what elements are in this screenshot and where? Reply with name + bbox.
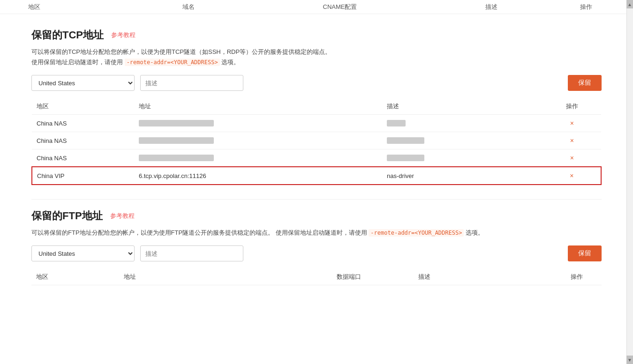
ftp-ref-link[interactable]: 参考教程 <box>110 212 135 220</box>
ftp-col-address: 地址 <box>119 269 332 285</box>
tcp-table: 地区 地址 描述 操作 China NAS <box>31 98 602 185</box>
ftp-title: 保留的FTP地址 <box>31 209 103 223</box>
table-row: China NAS × <box>32 149 601 167</box>
tcp-form-row: United States China NAS China VIP 保留 <box>31 75 602 91</box>
delete-button[interactable]: × <box>570 172 573 179</box>
header-domain: 域名 <box>113 3 264 11</box>
row-address <box>134 115 382 132</box>
tcp-col-action: 操作 <box>543 98 601 115</box>
tcp-table-header-row: 地区 地址 描述 操作 <box>32 98 601 115</box>
ftp-form-row: United States China NAS China VIP 保留 <box>31 245 602 261</box>
row-region: China NAS <box>32 115 134 132</box>
tcp-col-address: 地址 <box>134 98 382 115</box>
tcp-desc: 可以将保留的TCP地址分配给您的帐户，以便为使用TCP隧道（如SSH，RDP等）… <box>31 47 602 67</box>
row-region: China NAS <box>32 149 134 167</box>
header-region: 地区 <box>28 3 113 11</box>
delete-button[interactable]: × <box>570 137 574 144</box>
page-wrapper: ▲ ▼ 地区 域名 CNAME配置 描述 操作 保留的TCP地址 参考教程 可以… <box>0 0 633 364</box>
row-action[interactable]: × <box>543 149 601 167</box>
scrollbar-track: ▲ ▼ <box>626 0 633 364</box>
header-cname: CNAME配置 <box>264 3 415 11</box>
row-address <box>134 132 382 149</box>
tcp-save-button[interactable]: 保留 <box>568 75 602 91</box>
tcp-title: 保留的TCP地址 <box>31 28 104 42</box>
ftp-col-region: 地区 <box>31 269 119 285</box>
tcp-title-row: 保留的TCP地址 参考教程 <box>31 28 602 42</box>
row-action[interactable]: × <box>543 115 601 132</box>
section-divider <box>31 199 602 200</box>
highlighted-table-row: China VIP 6.tcp.vip.cpolar.cn:11126 nas-… <box>32 167 601 185</box>
scroll-up-button[interactable]: ▲ <box>626 0 633 8</box>
tcp-desc-input[interactable] <box>140 75 243 91</box>
ftp-save-button[interactable]: 保留 <box>568 245 602 261</box>
delete-button[interactable]: × <box>570 154 574 162</box>
tcp-section: 保留的TCP地址 参考教程 可以将保留的TCP地址分配给您的帐户，以便为使用TC… <box>31 28 602 185</box>
row-desc <box>382 115 543 132</box>
tcp-ref-link[interactable]: 参考教程 <box>111 31 136 39</box>
scroll-down-button[interactable]: ▼ <box>626 356 633 364</box>
row-address: 6.tcp.vip.cpolar.cn:11126 <box>134 167 382 185</box>
ftp-section: 保留的FTP地址 参考教程 可以将保留的FTP地址分配给您的帐户，以便为使用FT… <box>31 209 602 285</box>
ftp-desc: 可以将保留的FTP地址分配给您的帐户，以便为使用FTP隧道公开的服务提供稳定的端… <box>31 228 602 238</box>
row-action[interactable]: × <box>543 167 601 185</box>
row-action[interactable]: × <box>543 132 601 149</box>
row-address <box>134 149 382 167</box>
row-desc <box>382 149 543 167</box>
ftp-desc-input[interactable] <box>140 245 243 261</box>
tcp-col-desc: 描述 <box>382 98 543 115</box>
row-desc: nas-driver <box>382 167 543 185</box>
tcp-col-region: 地区 <box>32 98 134 115</box>
ftp-region-select[interactable]: United States China NAS China VIP <box>31 245 135 261</box>
delete-button[interactable]: × <box>570 119 574 127</box>
header-desc: 描述 <box>416 3 567 11</box>
row-desc <box>382 132 543 149</box>
table-row: China NAS × <box>32 115 601 132</box>
table-row: China NAS × <box>32 132 601 149</box>
ftp-table-header-row: 地区 地址 数据端口 描述 操作 <box>31 269 602 285</box>
ftp-code-hint: -remote-addr=<YOUR_ADDRESS> <box>369 229 464 237</box>
top-header: 地区 域名 CNAME配置 描述 操作 <box>0 0 633 14</box>
tcp-code-hint: -remote-addr=<YOUR_ADDRESS> <box>125 59 220 66</box>
ftp-table: 地区 地址 数据端口 描述 操作 <box>31 269 602 285</box>
header-action: 操作 <box>567 3 605 11</box>
row-region: China VIP <box>32 167 134 185</box>
ftp-col-action: 操作 <box>551 269 602 285</box>
ftp-col-desc: 描述 <box>414 269 551 285</box>
ftp-col-dataport: 数据端口 <box>332 269 414 285</box>
tcp-region-select[interactable]: United States China NAS China VIP <box>31 75 135 91</box>
row-region: China NAS <box>32 132 134 149</box>
content-area: 保留的TCP地址 参考教程 可以将保留的TCP地址分配给您的帐户，以便为使用TC… <box>3 23 630 313</box>
ftp-title-row: 保留的FTP地址 参考教程 <box>31 209 602 223</box>
